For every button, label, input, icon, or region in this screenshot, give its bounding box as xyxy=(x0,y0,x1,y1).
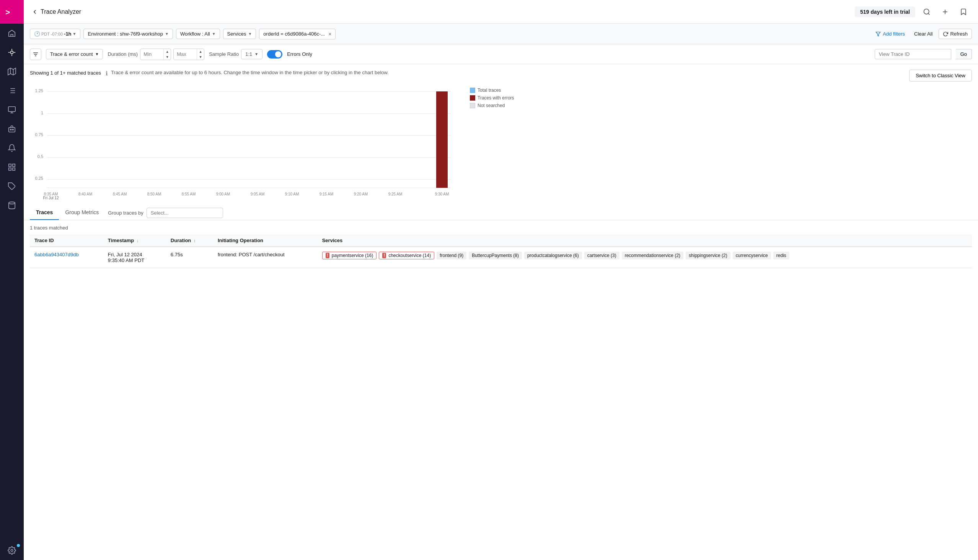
svg-rect-22 xyxy=(13,164,15,167)
trace-chart-svg[interactable]: 1.25 1 0.75 0.5 0.25 8:35 AM xyxy=(30,85,466,199)
svg-point-26 xyxy=(9,202,15,204)
svg-point-19 xyxy=(10,129,12,130)
add-filters-button[interactable]: Add filters xyxy=(873,29,908,38)
topbar-title: Trace Analyzer xyxy=(40,8,81,15)
legend-total-traces-label: Total traces xyxy=(477,88,501,93)
svg-text:9:20 AM: 9:20 AM xyxy=(354,192,368,196)
toggle-thumb xyxy=(275,51,281,57)
filterbar: 🕐 PDT -07:00 -1h ▼ Environment : shw-76f… xyxy=(24,24,978,44)
sidebar-item-cylinder[interactable] xyxy=(0,196,24,215)
workflow-filter[interactable]: Workflow : All ▼ xyxy=(176,29,220,39)
duration-group: Duration (ms) ▲ ▼ ▲ ▼ xyxy=(107,48,204,60)
legend-not-searched-label: Not searched xyxy=(477,103,505,108)
service-tag[interactable]: frontend (9) xyxy=(437,252,466,259)
duration-min-input[interactable] xyxy=(140,49,164,59)
errors-only-toggle[interactable] xyxy=(267,50,282,58)
bookmark-button[interactable] xyxy=(956,5,970,19)
service-tag[interactable]: cartservice (3) xyxy=(584,252,619,259)
sidebar-item-settings[interactable] xyxy=(0,541,24,560)
sidebar-item-tag[interactable] xyxy=(0,177,24,196)
col-timestamp[interactable]: Timestamp ↓ xyxy=(103,235,166,247)
clear-all-button[interactable]: Clear All xyxy=(911,29,936,38)
service-tag[interactable]: !paymentservice (16) xyxy=(322,252,377,259)
trace-id-link[interactable]: 6abb6a943407d9db xyxy=(35,252,79,257)
plus-icon xyxy=(941,8,949,16)
legend-blue-swatch xyxy=(470,88,475,93)
back-button[interactable]: Trace Analyzer xyxy=(32,8,81,15)
svg-rect-23 xyxy=(9,168,11,170)
workflow-chevron-icon: ▼ xyxy=(212,32,216,36)
service-tag[interactable]: recommendationservice (2) xyxy=(622,252,683,259)
group-by-label: Group traces by xyxy=(108,210,144,216)
add-button[interactable] xyxy=(938,5,952,19)
sample-ratio-dropdown[interactable]: 1:1 ▼ xyxy=(241,49,262,59)
duration-max-input[interactable] xyxy=(174,49,197,59)
time-filter[interactable]: 🕐 PDT -07:00 -1h ▼ xyxy=(30,29,80,39)
tab-traces[interactable]: Traces xyxy=(30,205,59,220)
info-icon: ℹ xyxy=(105,70,108,77)
svg-text:1: 1 xyxy=(41,110,43,115)
service-tag[interactable]: ButtercupPayments (8) xyxy=(469,252,522,259)
service-tag[interactable]: !checkoutservice (14) xyxy=(379,252,434,259)
trace-bar-error[interactable] xyxy=(436,92,448,188)
trace-id-input[interactable] xyxy=(875,49,951,59)
sidebar-item-list[interactable] xyxy=(0,81,24,100)
group-by-select[interactable] xyxy=(147,208,223,218)
services-chevron-icon: ▼ xyxy=(248,32,252,36)
legend-traces-with-errors: Traces with errors xyxy=(470,95,514,101)
error-icon: ! xyxy=(382,253,386,258)
sidebar-item-map[interactable] xyxy=(0,62,24,81)
clear-all-label: Clear All xyxy=(914,31,933,37)
duration-min-down-icon[interactable]: ▼ xyxy=(164,54,171,60)
refresh-icon xyxy=(943,32,948,37)
trace-error-dropdown[interactable]: Trace & error count ▼ xyxy=(46,49,103,59)
service-tag[interactable]: productcatalogservice (6) xyxy=(524,252,582,259)
svg-text:>: > xyxy=(5,8,10,17)
service-tag[interactable]: shippingservice (2) xyxy=(686,252,731,259)
environment-filter[interactable]: Environment : shw-76f9-workshop ▼ xyxy=(83,29,173,39)
service-tag[interactable]: currencyservice xyxy=(733,252,771,259)
sidebar-item-bell[interactable] xyxy=(0,138,24,158)
order-filter-close-icon[interactable]: × xyxy=(328,31,331,37)
sidebar-item-bot[interactable] xyxy=(0,119,24,138)
chart-actions: Switch to Classic View xyxy=(909,70,972,82)
filter-toggle-button[interactable] xyxy=(30,48,41,60)
traces-table: Trace ID Timestamp ↓ Duration ↕ Initiati… xyxy=(30,235,972,268)
svg-text:0.75: 0.75 xyxy=(35,132,43,137)
table-row: 6abb6a943407d9dbFri, Jul 12 2024 9:35:40… xyxy=(30,247,972,268)
sidebar-item-grid[interactable] xyxy=(0,158,24,177)
duration-max-down-icon[interactable]: ▼ xyxy=(197,54,204,60)
cell-duration: 6.75s xyxy=(166,247,213,268)
duration-label: Duration (ms) xyxy=(107,51,138,57)
svg-rect-24 xyxy=(13,168,15,170)
col-duration[interactable]: Duration ↕ xyxy=(166,235,213,247)
order-filter[interactable]: orderId = c6d9086a-406c-... × xyxy=(259,29,335,39)
cell-timestamp: Fri, Jul 12 2024 9:35:40 AM PDT xyxy=(103,247,166,268)
cell-trace-id: 6abb6a943407d9db xyxy=(30,247,103,268)
legend-gray-swatch xyxy=(470,103,475,108)
sample-ratio-group: Sample Ratio 1:1 ▼ xyxy=(209,49,262,59)
duration-max-spinners: ▲ ▼ xyxy=(197,49,204,60)
services-filter[interactable]: Services ▼ xyxy=(223,29,256,39)
duration-max-up-icon[interactable]: ▲ xyxy=(197,49,204,54)
sidebar-item-cross[interactable] xyxy=(0,43,24,62)
search-button[interactable] xyxy=(920,5,934,19)
go-button[interactable]: Go xyxy=(956,49,972,59)
sidebar-item-home[interactable] xyxy=(0,24,24,43)
cell-services: !paymentservice (16)!checkoutservice (14… xyxy=(317,247,972,268)
splunk-logo[interactable]: > xyxy=(0,0,24,24)
cell-initiating-operation: frontend: POST /cart/checkout xyxy=(213,247,317,268)
service-tag[interactable]: redis xyxy=(773,252,789,259)
refresh-button[interactable]: Refresh xyxy=(939,29,972,39)
svg-text:8:55 AM: 8:55 AM xyxy=(182,192,196,196)
svg-rect-21 xyxy=(9,164,11,167)
sidebar-item-monitor[interactable] xyxy=(0,100,24,119)
switch-classic-view-button[interactable]: Switch to Classic View xyxy=(909,70,972,82)
env-chevron-icon: ▼ xyxy=(165,32,169,36)
back-arrow-icon xyxy=(32,8,38,15)
svg-text:8:50 AM: 8:50 AM xyxy=(147,192,162,196)
bookmark-icon xyxy=(960,8,967,16)
tab-group-metrics[interactable]: Group Metrics xyxy=(59,205,105,220)
duration-min-up-icon[interactable]: ▲ xyxy=(164,49,171,54)
table-section: 1 traces matched Trace ID Timestamp ↓ Du… xyxy=(24,220,978,273)
